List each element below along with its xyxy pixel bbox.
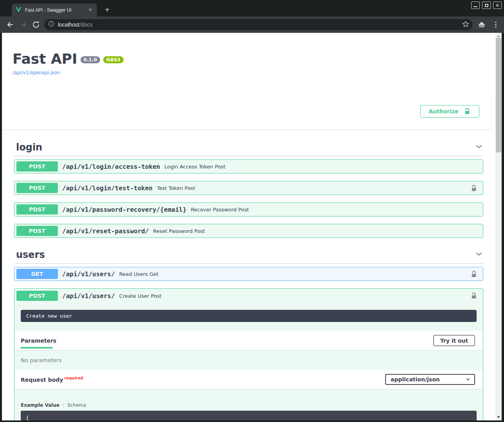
section-users: users GET /api/v1/users/ Read Users Get … [14,246,483,420]
operation-summary: Test Token Post [157,185,195,191]
required-label: required [64,376,83,380]
operation-row[interactable]: POST /api/v1/login/access-token Login Ac… [14,159,483,173]
maximize-button[interactable] [482,2,491,9]
tab-separator: | [63,402,64,408]
operation-summary: Recover Password Post [191,207,249,213]
window-controls: ✕ [471,2,502,9]
content-type-select[interactable]: application/json [385,374,475,385]
tab-schema[interactable]: Schema [67,402,86,408]
section-users-header[interactable]: users [14,246,483,264]
request-body-label: Request bodyrequired [21,376,83,383]
scrollbar-thumb[interactable] [496,38,501,152]
operation-path: /api/v1/login/test-token [62,184,152,192]
operation-row[interactable]: POST /api/v1/password-recovery/{email} R… [14,202,483,216]
operation-description: Create new user [21,310,477,322]
method-badge: POST [16,204,58,215]
new-tab-button[interactable]: + [102,5,112,15]
page-title: Fast API [13,51,77,67]
forward-icon[interactable] [19,20,28,29]
page-scrollbar[interactable] [495,33,502,420]
parameters-header: Parameters Try it out [14,331,483,350]
operation-summary: Reset Password Post [153,228,205,234]
operation-path: /api/v1/users/ [62,292,115,300]
operation-path: /api/v1/login/access-token [62,163,160,170]
close-button[interactable]: ✕ [493,2,502,9]
authorize-label: Authorize [429,108,458,114]
browser-menu-icon[interactable] [491,20,500,29]
method-badge: POST [16,161,58,172]
auth-lock-icon[interactable] [470,270,478,280]
operation-summary: Read Users Get [119,271,159,277]
scheme-container: Authorize [2,93,491,129]
example-code-block: { [21,411,477,420]
version-badge: 0.1.0 [81,56,100,63]
operation-summary: Login Access Token Post [164,164,225,170]
operation-row[interactable]: POST /api/v1/reset-password/ Reset Passw… [14,224,483,238]
operation-path: /api/v1/users/ [62,270,115,278]
operation-path: /api/v1/password-recovery/{email} [62,206,187,213]
tab-parameters: Parameters [21,331,56,350]
try-it-out-button[interactable]: Try it out [433,335,475,346]
expanded-operation: POST /api/v1/users/ Create User Post Cre… [14,288,483,420]
tab-example-value[interactable]: Example Value [21,402,59,408]
method-badge: POST [16,291,58,301]
method-badge: GET [16,269,58,279]
browser-toolbar: localhost/docs [0,16,504,33]
method-badge: POST [16,183,58,193]
chevron-down-icon[interactable] [475,250,483,260]
browser-tab[interactable]: Fast API - Swagger UI × [12,4,97,16]
url-bar[interactable]: localhost/docs [44,19,472,30]
auth-lock-icon[interactable] [470,292,478,301]
back-icon[interactable] [5,20,15,29]
unlocked-padlock-icon [463,107,471,115]
url-host: localhost [58,21,79,28]
authorize-button[interactable]: Authorize [420,105,479,118]
auth-lock-icon[interactable] [470,184,478,194]
api-info: Fast API0.1.0OAS3 [13,51,495,67]
openapi-spec-link[interactable]: /api/v1/openapi.json [13,70,495,75]
section-login-header[interactable]: login [14,139,483,156]
chevron-down-icon [466,377,470,382]
oas-badge: OAS3 [103,56,124,63]
operation-row[interactable]: POST /api/v1/login/test-token Test Token… [14,181,483,195]
fastapi-favicon-icon [16,6,22,14]
bookmark-star-icon[interactable] [461,20,471,29]
operation-row[interactable]: GET /api/v1/users/ Read Users Get [14,267,483,281]
operation-path: /api/v1/reset-password/ [62,227,149,235]
operation-summary: Create User Post [119,293,161,299]
section-login: login POST /api/v1/login/access-token Lo… [14,139,483,238]
minimize-button[interactable] [471,2,480,9]
operation-row[interactable]: POST /api/v1/users/ Create User Post [14,289,483,303]
incognito-icon [477,20,486,29]
content-type-value: application/json [391,376,440,383]
tab-title: Fast API - Swagger UI [25,7,87,13]
chevron-down-icon[interactable] [475,142,483,152]
model-example-tabs: Example Value | Schema [21,402,483,408]
tab-close-icon[interactable]: × [87,7,94,14]
request-body-header: Request bodyrequired application/json [14,370,483,389]
scrollbar-down-arrow[interactable] [497,416,500,418]
site-info-icon[interactable] [48,21,54,29]
window-titlebar: Fast API - Swagger UI × + ✕ [0,0,504,16]
reload-icon[interactable] [31,20,41,29]
url-path: /docs [79,21,92,28]
section-name: users [16,249,45,260]
swagger-page: Fast API0.1.0OAS3 /api/v1/openapi.json A… [2,33,495,420]
section-name: login [16,142,42,153]
no-parameters-text: No parameters [14,350,483,370]
method-badge: POST [16,226,58,236]
scrollbar-up-arrow[interactable] [497,35,500,37]
